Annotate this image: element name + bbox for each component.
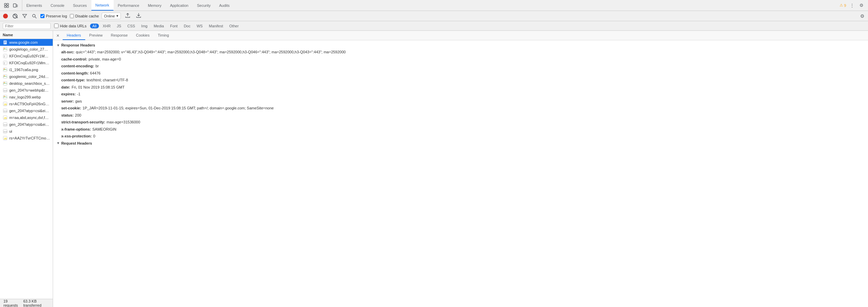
tab-network[interactable]: Network xyxy=(91,0,114,11)
filter-pill-media[interactable]: Media xyxy=(151,24,166,28)
tab-response[interactable]: Response xyxy=(107,31,132,40)
disable-cache-checkbox[interactable] xyxy=(70,14,74,18)
header-row-set-cookie: set-cookie: 1P_JAR=2019-11-01-15; expire… xyxy=(53,105,868,112)
list-item[interactable]: i1_1967ca6a.png xyxy=(0,66,53,73)
filter-pill-manifest[interactable]: Manifest xyxy=(206,24,226,28)
tab-application[interactable]: Application xyxy=(166,0,193,11)
list-item[interactable]: desktop_searchbox_sprites3.... xyxy=(0,80,53,87)
list-item[interactable]: F KFOlCnqEu92Fr1MmWUlfBB... xyxy=(0,59,53,66)
file-item-name: gen_204?atyp=csi&ei=X0q8X... xyxy=(9,109,50,113)
list-item[interactable]: JS rs=ACT9OoFpH26nGLsEBy-y... xyxy=(0,101,53,107)
header-value: SAMEORIGIN xyxy=(92,126,116,132)
img-icon xyxy=(3,74,8,79)
list-item[interactable]: googlemic_color_24dp.png xyxy=(0,73,53,80)
warning-badge[interactable]: ⚠ 9 xyxy=(840,3,846,8)
filter-pill-font[interactable]: Font xyxy=(168,24,180,28)
filter-pill-css[interactable]: CSS xyxy=(125,24,138,28)
request-headers-label: Request Headers xyxy=(61,141,92,145)
svg-text:JS: JS xyxy=(4,137,7,140)
file-item-name: desktop_searchbox_sprites3.... xyxy=(9,81,50,85)
preserve-log-checkbox-label[interactable]: Preserve log xyxy=(40,14,67,18)
tab-performance[interactable]: Performance xyxy=(114,0,144,11)
tab-timing[interactable]: Timing xyxy=(154,31,173,40)
tab-sources[interactable]: Sources xyxy=(69,0,91,11)
tab-console[interactable]: Console xyxy=(47,0,69,11)
device-toggle-icon[interactable] xyxy=(12,2,19,9)
tab-headers[interactable]: Headers xyxy=(63,31,85,40)
filter-pill-js[interactable]: JS xyxy=(114,24,124,28)
list-item[interactable]: googlelogo_color_272x92dp.... xyxy=(0,46,53,53)
filter-icon-button[interactable] xyxy=(21,13,28,19)
xhr-icon: XHR xyxy=(3,129,8,134)
file-item-name: gen_204?s=webhp&t=aft&aty... xyxy=(9,88,50,92)
import-button[interactable] xyxy=(124,12,132,20)
tab-security[interactable]: Security xyxy=(193,0,215,11)
settings-icon[interactable]: ⚙ xyxy=(858,2,865,9)
section-arrow-icon: ▼ xyxy=(56,141,60,145)
search-icon-button[interactable] xyxy=(31,13,38,19)
js-icon: JS xyxy=(3,115,8,120)
header-name: status: xyxy=(61,112,74,118)
list-item[interactable]: XHR gen_204?atyp=csi&ei=X0q8X... xyxy=(0,107,53,114)
request-headers-section[interactable]: ▼ Request Headers xyxy=(53,140,868,147)
disable-cache-checkbox-label[interactable]: Disable cache xyxy=(70,14,99,18)
response-headers-section[interactable]: ▼ Response Headers xyxy=(53,42,868,49)
file-item-name: gen_204?atyp=csi&ei=X0q8X... xyxy=(9,122,50,126)
preserve-log-checkbox[interactable] xyxy=(40,14,44,18)
filter-pill-img[interactable]: Img xyxy=(139,24,150,28)
img-icon xyxy=(3,67,8,72)
list-item[interactable]: JS rs=AA2YrTvrCFTCmoaGzOU... xyxy=(0,135,53,142)
throttle-select[interactable]: Online ▾ xyxy=(102,13,121,19)
file-item-name: KFOlCnqEu92Fr1MmWUlfBB... xyxy=(9,61,50,65)
clear-button[interactable] xyxy=(12,13,18,19)
file-item-name: rs=ACT9OoFpH26nGLsEBy-y... xyxy=(9,102,50,106)
svg-rect-5 xyxy=(16,5,17,7)
header-row-x-frame-options: x-frame-options: SAMEORIGIN xyxy=(53,126,868,133)
header-name: content-encoding: xyxy=(61,63,94,69)
list-item[interactable]: F KFOmCnqEu92Fr1Mu4mxKK... xyxy=(0,53,53,59)
close-panel-button[interactable]: × xyxy=(54,32,61,39)
img-icon xyxy=(3,95,8,99)
header-row-alt-svc: alt-svc: quic=":443"; ma=2592000; v="46,… xyxy=(53,49,868,56)
file-item-name: m=aa,abd,async,dvl,fEVMic,f... xyxy=(9,116,50,120)
filter-pill-xhr[interactable]: XHR xyxy=(100,24,113,28)
header-row-strict-transport-security: strict-transport-security: max-age=31536… xyxy=(53,119,868,126)
file-list-panel: Name www.google.com googlelogo_color_272… xyxy=(0,31,53,307)
inspect-icon[interactable] xyxy=(3,2,10,9)
filter-pill-all[interactable]: All xyxy=(90,24,99,28)
svg-rect-0 xyxy=(4,3,6,5)
img-icon xyxy=(3,47,8,52)
list-item[interactable]: XHR gen_204?atyp=csi&ei=X0q8X... xyxy=(0,121,53,128)
list-item[interactable]: JS m=aa,abd,async,dvl,fEVMic,f... xyxy=(0,114,53,121)
tab-audits[interactable]: Audits xyxy=(215,0,234,11)
list-item[interactable]: XHR gen_204?s=webhp&t=aft&aty... xyxy=(0,87,53,94)
hide-data-urls-label[interactable]: Hide data URLs xyxy=(54,24,87,28)
tab-cookies[interactable]: Cookies xyxy=(132,31,154,40)
record-button[interactable] xyxy=(2,13,9,19)
filter-pill-other[interactable]: Other xyxy=(227,24,241,28)
header-row-status: status: 200 xyxy=(53,112,868,119)
export-button[interactable] xyxy=(135,12,143,20)
header-row-content-type: content-type: text/html; charset=UTF-8 xyxy=(53,77,868,84)
svg-rect-3 xyxy=(7,6,9,8)
sub-tabs: × Headers Preview Response Cookies Timin… xyxy=(53,31,868,40)
network-settings-icon[interactable]: ⚙ xyxy=(859,13,866,19)
tab-preview[interactable]: Preview xyxy=(85,31,107,40)
header-name: x-frame-options: xyxy=(61,126,91,132)
list-item[interactable]: XHR ui xyxy=(0,128,53,135)
more-options-icon[interactable]: ⋮ xyxy=(848,2,856,9)
hide-data-urls-checkbox[interactable] xyxy=(54,24,59,28)
filter-pills: All XHR JS CSS Img Media Font Doc WS Man… xyxy=(90,24,241,28)
file-item-name: i1_1967ca6a.png xyxy=(9,68,50,72)
svg-text:XHR: XHR xyxy=(3,131,7,133)
list-item[interactable]: nav_logo299.webp xyxy=(0,94,53,101)
tab-elements[interactable]: Elements xyxy=(22,0,47,11)
filter-input[interactable] xyxy=(3,23,51,29)
filter-pill-ws[interactable]: WS xyxy=(194,24,205,28)
throttle-label: Online xyxy=(104,14,115,18)
main-content: Name www.google.com googlelogo_color_272… xyxy=(0,31,868,307)
filter-pill-doc[interactable]: Doc xyxy=(181,24,193,28)
list-item[interactable]: www.google.com xyxy=(0,39,53,46)
tab-memory[interactable]: Memory xyxy=(144,0,166,11)
header-row-date: date: Fri, 01 Nov 2019 15:08:15 GMT xyxy=(53,84,868,91)
